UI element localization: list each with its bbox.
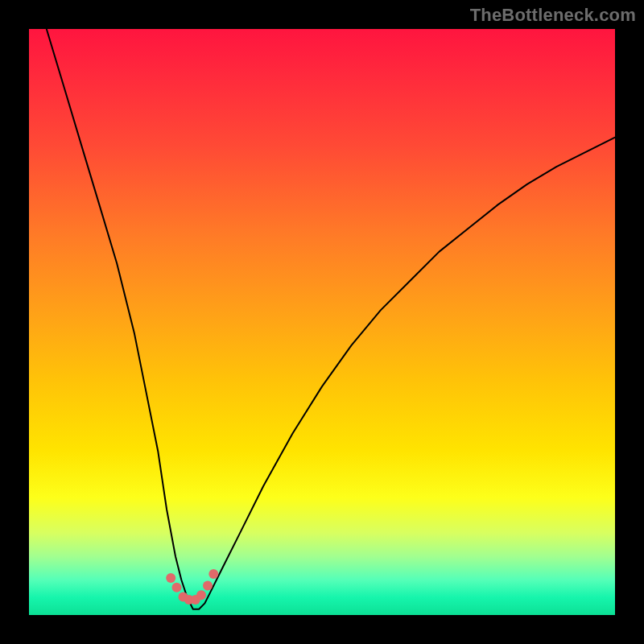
- trough-dot: [196, 590, 206, 600]
- trough-dot: [166, 573, 175, 583]
- trough-dot: [208, 569, 218, 579]
- watermark-text: TheBottleneck.com: [470, 5, 636, 26]
- gradient-plot-area: [29, 29, 615, 615]
- trough-dot: [172, 583, 182, 592]
- outer-frame: TheBottleneck.com: [0, 0, 644, 644]
- bottleneck-curve-path: [29, 29, 615, 609]
- curve-svg: [29, 29, 615, 615]
- trough-dot: [203, 581, 213, 591]
